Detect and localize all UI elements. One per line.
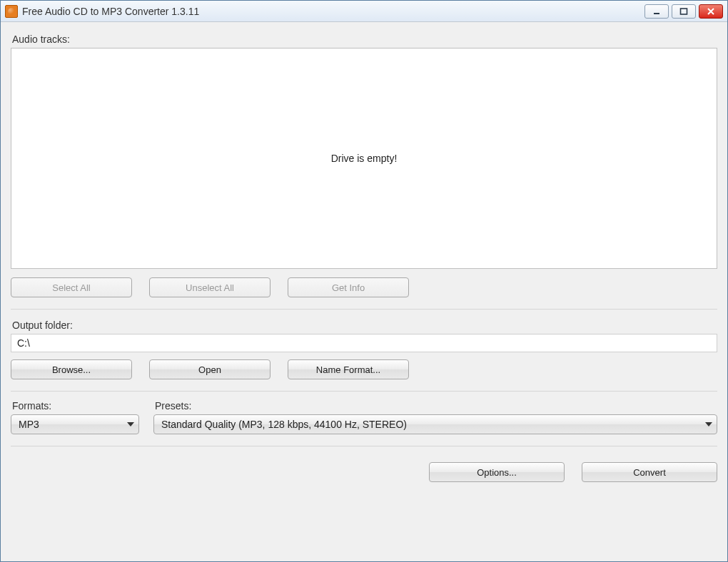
chevron-down-icon [705, 422, 712, 426]
audio-tracks-panel[interactable]: Drive is empty! [11, 48, 717, 269]
browse-button[interactable]: Browse... [11, 359, 132, 379]
formats-row: Formats: MP3 Presets: Standard Quality (… [11, 400, 717, 434]
output-button-row: Browse... Open Name Format... [11, 359, 717, 379]
maximize-button[interactable] [672, 4, 696, 19]
maximize-icon [679, 8, 688, 15]
open-button[interactable]: Open [149, 359, 271, 379]
formats-label: Formats: [12, 400, 139, 412]
get-info-button[interactable]: Get Info [288, 277, 409, 297]
convert-button[interactable]: Convert [582, 462, 717, 482]
separator [11, 391, 717, 392]
minimize-button[interactable] [644, 4, 669, 19]
client-area: Audio tracks: Drive is empty! Select All… [1, 22, 727, 561]
svg-rect-1 [681, 9, 687, 14]
titlebar[interactable]: Free Audio CD to MP3 Converter 1.3.11 [1, 1, 727, 22]
output-folder-input[interactable] [11, 334, 717, 352]
presets-dropdown[interactable]: Standard Quality (MP3, 128 kbps, 44100 H… [153, 414, 717, 434]
svg-rect-0 [654, 13, 659, 14]
name-format-button[interactable]: Name Format... [288, 359, 409, 379]
formats-dropdown[interactable]: MP3 [11, 414, 139, 434]
app-icon [5, 5, 18, 18]
unselect-all-button[interactable]: Unselect All [149, 277, 271, 297]
presets-label: Presets: [155, 400, 717, 412]
output-folder-label: Output folder: [12, 320, 717, 331]
tracks-button-row: Select All Unselect All Get Info [11, 277, 717, 297]
chevron-down-icon [127, 422, 134, 426]
select-all-button[interactable]: Select All [11, 277, 132, 297]
separator [11, 446, 717, 446]
window-controls [644, 4, 723, 19]
audio-tracks-label: Audio tracks: [12, 34, 717, 45]
window-title: Free Audio CD to MP3 Converter 1.3.11 [22, 6, 199, 17]
minimize-icon [652, 8, 661, 15]
footer-row: Options... Convert [11, 462, 717, 482]
formats-selected: MP3 [19, 419, 39, 430]
separator [11, 309, 717, 310]
app-window: Free Audio CD to MP3 Converter 1.3.11 Au… [0, 0, 728, 562]
close-button[interactable] [699, 4, 723, 19]
options-button[interactable]: Options... [429, 462, 565, 482]
presets-selected: Standard Quality (MP3, 128 kbps, 44100 H… [161, 419, 407, 430]
close-icon [707, 8, 715, 15]
empty-drive-message: Drive is empty! [331, 153, 398, 164]
